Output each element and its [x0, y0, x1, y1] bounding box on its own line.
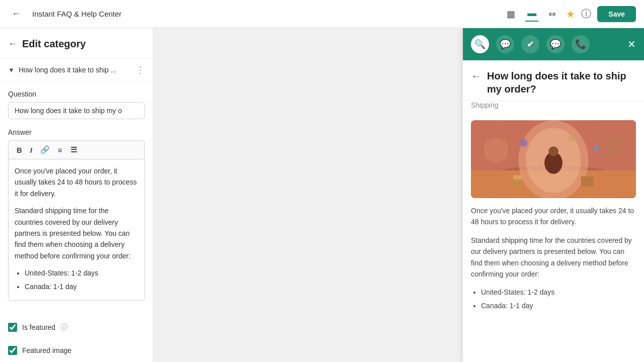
chevron-down-icon: ▼	[8, 66, 15, 74]
bullet-item-2: Canada: 1-1 day	[25, 281, 138, 292]
answer-paragraph-1: Once you've placed your order, it usuall…	[15, 165, 138, 199]
preview-content: ← How long does it take to ship my order…	[463, 60, 644, 362]
svg-rect-12	[569, 135, 575, 141]
left-back-icon[interactable]: ←	[8, 39, 17, 49]
question-input[interactable]	[8, 102, 145, 119]
info-icon[interactable]: ⓘ	[60, 323, 67, 332]
italic-button[interactable]: I	[27, 144, 35, 156]
preview-bullets: United-States: 1-2 days Canada: 1-1 day	[471, 287, 636, 311]
svg-rect-8	[513, 175, 522, 179]
svg-point-6	[548, 146, 558, 156]
left-header: ← Edit category	[0, 28, 153, 58]
is-featured-checkbox[interactable]	[8, 323, 17, 332]
center-area: 🔍 💬 ✔ 💬 📞 ✕ ← How long does it take to s…	[153, 28, 644, 362]
bold-button[interactable]: B	[14, 144, 25, 156]
preview-bullet-1: United-States: 1-2 days	[481, 287, 636, 298]
preview-image	[471, 120, 636, 198]
topbar-back-icon[interactable]: ←	[8, 6, 24, 22]
main-content: ← Edit category ▼ How long does it take …	[0, 28, 644, 362]
svg-point-10	[519, 139, 527, 147]
question-label: Question	[8, 90, 145, 98]
preview-header: 🔍 💬 ✔ 💬 📞 ✕	[463, 28, 644, 60]
link-button[interactable]: 🔗	[37, 144, 53, 156]
svg-point-13	[484, 138, 509, 163]
svg-rect-9	[581, 176, 594, 187]
save-button[interactable]: Save	[597, 6, 636, 22]
topbar-device-icons: ▩ ▬ ⇔	[505, 6, 558, 22]
ordered-list-button[interactable]: ☰	[67, 144, 80, 156]
preview-search-icon[interactable]: 🔍	[471, 35, 489, 53]
preview-messenger-icon[interactable]: 💬	[546, 35, 565, 53]
topbar: ← Instant FAQ & Help Center ▩ ▬ ⇔ ★ ⓘ Sa…	[0, 0, 644, 28]
star-icon: ★	[566, 8, 575, 20]
answer-bullets: United-States: 1-2 days Canada: 1-1 day	[15, 267, 138, 292]
featured-image-label: Featured image	[22, 346, 71, 354]
topbar-title: Instant FAQ & Help Center	[32, 10, 497, 18]
preview-paragraph-1: Once you've placed your order, it usuall…	[471, 205, 636, 228]
resize-icon[interactable]: ⇔	[546, 7, 558, 22]
preview-telegram-icon[interactable]: ✔	[521, 35, 539, 53]
desktop-view-icon[interactable]: ▬	[525, 6, 538, 22]
svg-point-11	[593, 145, 599, 151]
bullet-item-1: United-States: 1-2 days	[25, 267, 138, 279]
preview-question-text: How long does it take to ship my order?	[487, 69, 636, 96]
form-section: Question Answer B I 🔗 ≡ ☰ Once you've pl…	[0, 82, 153, 316]
preview-illustration	[471, 120, 636, 198]
mobile-view-icon[interactable]: ▩	[505, 7, 517, 22]
preview-body: Once you've placed your order, it usuall…	[463, 205, 644, 323]
svg-point-14	[603, 135, 623, 155]
answer-toolbar: B I 🔗 ≡ ☰	[8, 140, 145, 159]
preview-question-bar: ← How long does it take to ship my order…	[463, 60, 644, 101]
answer-editor[interactable]: Once you've placed your order, it usuall…	[8, 159, 145, 301]
category-label: How long does it take to ship ...	[19, 66, 132, 74]
topbar-right: ★ ⓘ Save	[566, 6, 636, 22]
answer-section: Answer B I 🔗 ≡ ☰ Once you've placed your…	[8, 128, 145, 301]
preview-phone-icon[interactable]: 📞	[572, 35, 590, 53]
preview-bullet-2: Canada: 1-1 day	[481, 300, 636, 311]
help-icon[interactable]: ⓘ	[581, 7, 591, 21]
preview-whatsapp-icon[interactable]: 💬	[496, 35, 514, 53]
left-panel: ← Edit category ▼ How long does it take …	[0, 28, 153, 362]
more-options-icon[interactable]: ⋮	[136, 64, 145, 75]
close-icon[interactable]: ✕	[627, 38, 636, 50]
answer-label: Answer	[8, 128, 145, 136]
featured-image-row: Featured image	[0, 339, 153, 362]
is-featured-row: Is featured ⓘ	[0, 316, 153, 339]
bullet-list-button[interactable]: ≡	[55, 144, 65, 156]
preview-back-icon[interactable]: ←	[471, 70, 481, 82]
answer-paragraph-2: Standard shipping time for the countries…	[15, 205, 138, 261]
is-featured-label: Is featured	[22, 323, 55, 331]
preview-image-inner	[471, 120, 636, 198]
preview-category-tag: Shipping	[463, 101, 644, 116]
category-item[interactable]: ▼ How long does it take to ship ... ⋮	[0, 58, 153, 82]
preview-paragraph-2: Standard shipping time for the countries…	[471, 235, 636, 280]
left-title: Edit category	[22, 38, 86, 50]
preview-panel: 🔍 💬 ✔ 💬 📞 ✕ ← How long does it take to s…	[463, 28, 644, 362]
featured-image-checkbox[interactable]	[8, 346, 17, 355]
